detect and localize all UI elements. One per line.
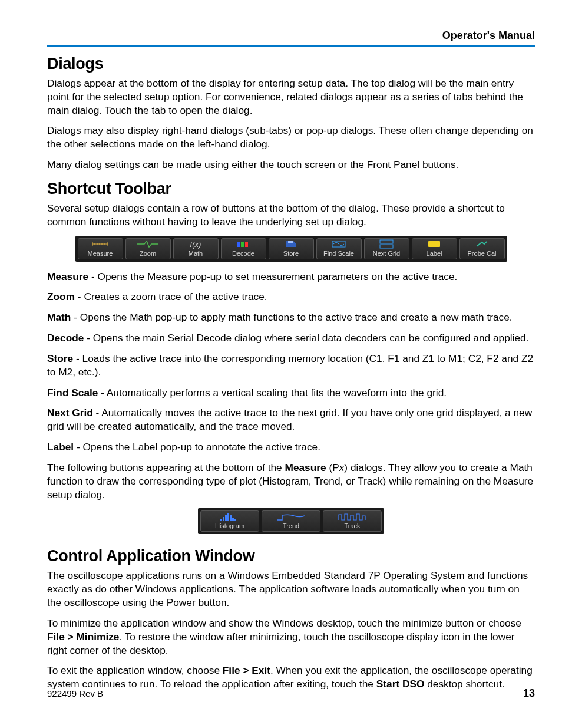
toolbar-btn-label: Measure: [88, 250, 113, 257]
toolbar-btn-zoom[interactable]: Zoom: [125, 238, 171, 259]
desc-next-grid: Next Grid - Automatically moves the acti…: [47, 406, 535, 433]
svg-rect-6: [380, 245, 393, 248]
svg-rect-7: [428, 241, 440, 247]
dialogs-p3: Many dialog settings can be made using e…: [47, 158, 535, 172]
svg-rect-2: [245, 242, 248, 247]
measure-buttons-intro: The following buttons appearing at the b…: [47, 461, 535, 501]
toolbar-btn-label: Math: [189, 250, 203, 257]
svg-rect-14: [234, 519, 236, 521]
histogram-icon: [201, 511, 259, 522]
next-grid-icon: [365, 239, 409, 250]
svg-rect-5: [380, 240, 393, 243]
toolbar-btn-histogram[interactable]: Histogram: [200, 510, 259, 532]
desc-store: Store - Loads the active trace into the …: [47, 352, 535, 379]
heading-control-app: Control Application Window: [47, 547, 535, 565]
toolbar-btn-label: Next Grid: [373, 250, 400, 257]
toolbar-btn-math[interactable]: f(x) Math: [173, 238, 219, 259]
control-p1: The oscilloscope applications runs on a …: [47, 569, 535, 609]
control-p2: To minimize the application window and s…: [47, 617, 535, 657]
svg-rect-3: [288, 241, 293, 243]
toolbar-btn-label: Histogram: [215, 522, 244, 529]
header-manual-title: Operator's Manual: [47, 29, 535, 42]
toolbar-btn-probe-cal[interactable]: Probe Cal: [459, 238, 505, 259]
toolbar-btn-label: Zoom: [140, 250, 156, 257]
shortcut-intro: Several setup dialogs contain a row of b…: [47, 202, 535, 229]
measure-plot-toolbar: Histogram Trend Track: [198, 508, 384, 534]
footer-page-number: 13: [523, 687, 535, 700]
decode-icon: [222, 239, 266, 250]
measure-icon: [78, 239, 123, 250]
svg-rect-0: [237, 242, 240, 247]
zoom-icon: [126, 239, 170, 250]
toolbar-btn-trend[interactable]: Trend: [262, 510, 320, 532]
svg-rect-13: [232, 518, 234, 521]
header-rule: [47, 45, 535, 47]
desc-decode: Decode - Opens the main Serial Decode di…: [47, 331, 535, 345]
desc-label: Label - Opens the Label pop-up to annota…: [47, 440, 535, 454]
heading-shortcut-toolbar: Shortcut Toolbar: [47, 180, 535, 198]
footer-docid: 922499 Rev B: [47, 689, 103, 699]
svg-rect-1: [241, 242, 244, 247]
toolbar-btn-label-btn[interactable]: Label: [412, 238, 457, 259]
store-icon: [269, 239, 313, 250]
toolbar-btn-label: Probe Cal: [468, 250, 497, 257]
desc-zoom: Zoom - Creates a zoom trace of the activ…: [47, 290, 535, 304]
toolbar-btn-label: Track: [344, 522, 360, 529]
desc-measure: Measure - Opens the Measure pop-up to se…: [47, 270, 535, 284]
toolbar-btn-measure[interactable]: Measure: [78, 238, 123, 259]
track-icon: [323, 511, 381, 522]
svg-rect-10: [225, 515, 227, 521]
dialogs-p2: Dialogs may also display right-hand dial…: [47, 124, 535, 151]
dialogs-p1: Dialogs appear at the bottom of the disp…: [47, 77, 535, 117]
toolbar-btn-find-scale[interactable]: Find Scale: [316, 238, 362, 259]
toolbar-btn-label: Decode: [232, 250, 254, 257]
toolbar-btn-track[interactable]: Track: [323, 510, 382, 532]
toolbar-btn-decode[interactable]: Decode: [221, 238, 266, 259]
desc-math: Math - Opens the Math pop-up to apply ma…: [47, 311, 535, 324]
toolbar-btn-label: Find Scale: [323, 250, 354, 257]
toolbar-btn-store[interactable]: Store: [269, 238, 314, 259]
toolbar-btn-label: Label: [427, 250, 442, 257]
toolbar-btn-label: Trend: [283, 522, 299, 529]
find-scale-icon: [317, 239, 361, 250]
svg-rect-8: [220, 519, 222, 521]
label-icon: [412, 239, 457, 250]
toolbar-btn-label: Store: [283, 250, 299, 257]
desc-find-scale: Find Scale - Automatically performs a ve…: [47, 386, 535, 400]
math-icon: f(x): [174, 239, 218, 250]
heading-dialogs: Dialogs: [47, 55, 535, 73]
shortcut-toolbar: Measure Zoom f(x) Math Decode Store: [75, 236, 507, 262]
svg-rect-9: [223, 517, 224, 521]
trend-icon: [262, 511, 320, 522]
probe-cal-icon: [460, 239, 504, 250]
toolbar-btn-next-grid[interactable]: Next Grid: [364, 238, 409, 259]
svg-rect-11: [227, 513, 229, 521]
svg-rect-12: [230, 515, 232, 521]
